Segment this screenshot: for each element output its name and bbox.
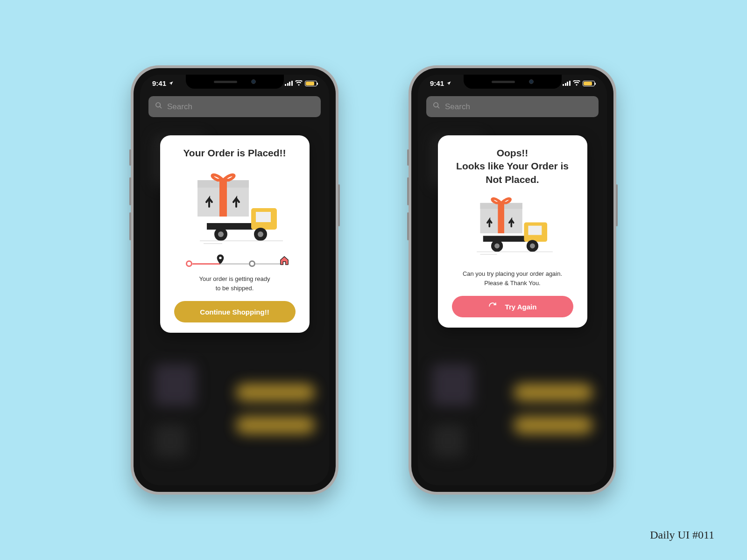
location-arrow-icon xyxy=(446,79,451,87)
shipping-progress-tracker xyxy=(186,260,284,267)
modal-title: Oops!! Looks like Your Order is Not Plac… xyxy=(456,147,569,186)
phone-mockup-success: 9:41 xyxy=(131,65,338,495)
svg-rect-18 xyxy=(498,203,504,233)
phone-notch xyxy=(464,75,562,89)
phone-notch xyxy=(186,75,284,89)
artboard-caption: Daily UI #011 xyxy=(650,529,714,541)
order-error-modal: Oops!! Looks like Your Order is Not Plac… xyxy=(438,135,587,328)
phone-side-button xyxy=(407,212,409,240)
svg-point-23 xyxy=(494,244,500,249)
progress-step-start xyxy=(186,260,192,267)
order-success-modal: Your Order is Placed!! xyxy=(160,135,310,333)
phone-mockup-error: 9:41 xyxy=(409,65,616,495)
svg-point-25 xyxy=(530,244,535,249)
gift-truck-illustration xyxy=(181,167,289,248)
try-again-button[interactable]: Try Again xyxy=(452,296,573,317)
cellular-signal-icon xyxy=(285,81,293,86)
svg-rect-7 xyxy=(256,212,271,222)
svg-point-11 xyxy=(258,231,263,237)
phone-side-button xyxy=(338,184,340,226)
cellular-signal-icon xyxy=(563,81,571,86)
gift-truck-illustration xyxy=(464,194,562,261)
svg-rect-21 xyxy=(528,226,542,235)
modal-title: Your Order is Placed!! xyxy=(183,147,286,160)
status-time: 9:41 xyxy=(430,79,444,87)
continue-shopping-button[interactable]: Continue Shopping!! xyxy=(174,301,296,322)
refresh-icon xyxy=(488,302,497,312)
modal-subtext: Can you try placing your order again. Pl… xyxy=(463,269,562,287)
phone-side-button xyxy=(616,184,618,226)
phone-side-button xyxy=(129,212,131,240)
svg-rect-4 xyxy=(219,180,227,217)
phone-side-button xyxy=(129,177,131,205)
phone-side-button xyxy=(407,149,409,166)
phone-screen: 9:41 xyxy=(140,75,329,485)
battery-icon xyxy=(305,81,317,86)
status-time: 9:41 xyxy=(152,79,166,87)
artboard: 9:41 xyxy=(0,0,747,560)
battery-icon xyxy=(583,81,595,86)
wifi-icon xyxy=(295,79,303,87)
svg-point-9 xyxy=(218,231,224,237)
phone-side-button xyxy=(129,149,131,166)
modal-subtext: Your order is getting ready to be shippe… xyxy=(199,274,270,293)
phone-side-button xyxy=(407,177,409,205)
wifi-icon xyxy=(573,79,580,87)
phone-screen: 9:41 xyxy=(418,75,607,485)
progress-step-mid xyxy=(249,260,255,267)
location-arrow-icon xyxy=(169,79,174,87)
